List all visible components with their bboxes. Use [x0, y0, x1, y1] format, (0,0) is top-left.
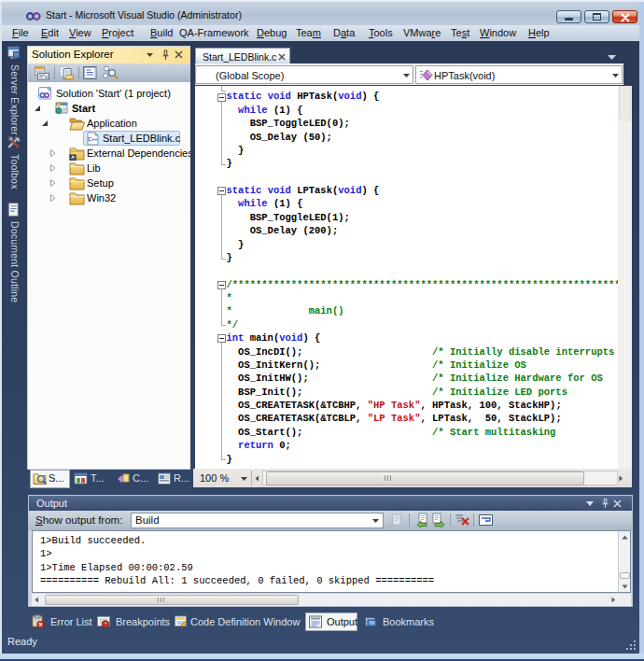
svg-text:C++: C++ — [88, 136, 97, 142]
